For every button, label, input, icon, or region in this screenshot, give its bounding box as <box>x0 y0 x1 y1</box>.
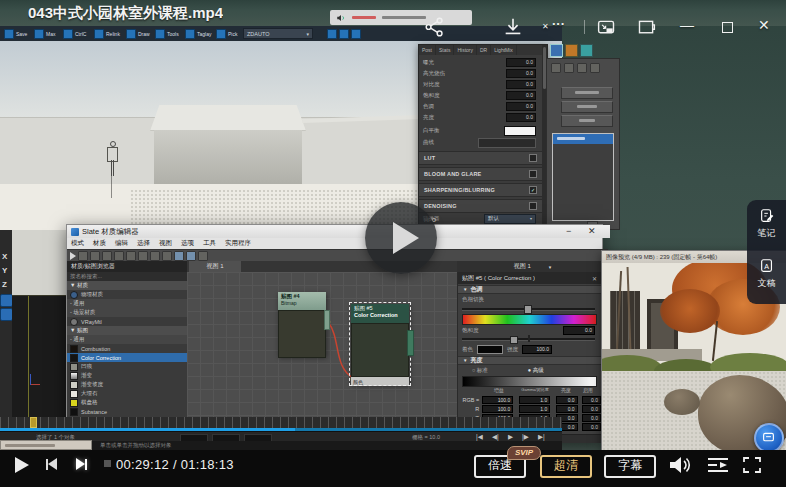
next-episode-button[interactable] <box>76 458 87 470</box>
render-teapot-icon[interactable] <box>565 44 578 57</box>
browser-item[interactable]: 物理材质 <box>67 290 187 299</box>
tool-icon[interactable] <box>590 63 600 73</box>
vfb-tab[interactable]: History <box>454 45 477 55</box>
view-dropdown[interactable]: 视图 1▾ <box>457 261 608 272</box>
notes-button[interactable]: 笔记 <box>747 208 786 240</box>
playlist-icon[interactable] <box>706 457 730 473</box>
vfb-rollout-denoise[interactable]: DENOISING <box>419 199 542 213</box>
browser-group[interactable]: - 通用 <box>67 335 187 344</box>
enable-spinner[interactable]: 0.0 <box>582 396 601 404</box>
value-spinner[interactable]: 0.0 <box>506 102 536 111</box>
transcript-button[interactable]: A 文稿 <box>747 258 786 290</box>
panel-button[interactable] <box>561 101 613 113</box>
close-icon[interactable]: ✕ <box>588 226 596 236</box>
maxscript-mini-listener[interactable] <box>0 440 92 450</box>
node-header[interactable]: 贴图 #4 Bitmap <box>278 292 326 310</box>
play-button[interactable] <box>15 457 29 473</box>
radio-standard[interactable]: ○ 标准 <box>472 367 488 374</box>
more-icon[interactable]: ··· <box>552 16 565 31</box>
enable-spinner[interactable]: 0.0 <box>582 405 601 413</box>
white-balance-swatch[interactable] <box>504 126 536 136</box>
value-spinner[interactable]: 0.0 <box>506 80 536 89</box>
listbox-selected-row[interactable] <box>553 134 613 144</box>
vfb-tab[interactable]: Post <box>419 45 436 55</box>
material-node-bitmap[interactable]: 贴图 #4 Bitmap <box>278 292 326 356</box>
tint-swatch[interactable] <box>477 345 503 354</box>
vfb-tab[interactable]: Stats <box>436 45 454 55</box>
tool-icon[interactable] <box>198 251 208 261</box>
brightness-spinner[interactable]: 0.0 <box>556 405 577 413</box>
mini-player-icon[interactable] <box>596 17 617 38</box>
browser-map-item[interactable]: 棋盘格 <box>67 398 187 407</box>
tool-icon[interactable] <box>126 251 136 261</box>
go-to-start-icon[interactable]: |◀ <box>476 433 483 441</box>
sidebar-toggle-icon[interactable] <box>636 17 657 38</box>
tool-icon[interactable] <box>577 63 587 73</box>
prev-episode-button[interactable] <box>46 458 57 470</box>
lightness-section-header[interactable]: ▼亮度 <box>458 356 601 365</box>
menu-item[interactable]: 实用程序 <box>221 239 255 248</box>
browser-group[interactable]: ▼ 贴图 <box>67 326 187 335</box>
floating-assistant-ball[interactable] <box>754 423 784 453</box>
browser-map-item[interactable]: 凹痕 <box>67 362 187 371</box>
node-output-tab[interactable] <box>324 310 330 330</box>
tool-icon-active[interactable] <box>186 251 196 261</box>
browser-group[interactable]: ▼ 材质 <box>67 281 187 290</box>
value-spinner[interactable]: 0.0 <box>506 58 536 67</box>
fullscreen-icon[interactable] <box>742 456 762 474</box>
gain-spinner[interactable]: 100.0 <box>482 396 513 404</box>
vfb-tab[interactable]: DR <box>477 45 491 55</box>
material-node-color-correction[interactable]: 贴图 #5 Color Correction 颜色 <box>351 304 409 384</box>
vfb-rollout-sharpen[interactable]: SHARPENING/BLURRING✓ <box>419 183 542 197</box>
menu-item[interactable]: 模式 <box>67 239 88 248</box>
menu-item[interactable]: 材质 <box>89 239 110 248</box>
time-slider-handle[interactable] <box>30 417 37 428</box>
tool-icon[interactable] <box>102 251 112 261</box>
maximize-icon[interactable] <box>722 22 733 33</box>
denoiser-dropdown[interactable]: 默认▾ <box>484 214 536 224</box>
brightness-spinner[interactable]: 0.0 <box>556 396 577 404</box>
browser-group[interactable]: - 通用 <box>67 299 187 308</box>
checkbox-checked[interactable]: ✓ <box>529 186 537 194</box>
browser-group[interactable]: - 场景材质 <box>67 308 187 317</box>
tool-icon[interactable] <box>138 251 148 261</box>
tool-icon-active[interactable] <box>174 251 184 261</box>
browser-map-item[interactable]: 渐变坡度 <box>67 380 187 389</box>
menu-item[interactable]: 视图 <box>155 239 176 248</box>
select-arrow-icon[interactable] <box>70 252 76 260</box>
hue-slider[interactable] <box>462 305 595 311</box>
value-spinner[interactable]: 0.0 <box>506 91 536 100</box>
browser-search-input[interactable]: 按名称搜索... <box>67 272 187 281</box>
saturation-spinner[interactable]: 0.0 <box>563 326 595 335</box>
menu-item[interactable]: 选择 <box>133 239 154 248</box>
browser-map-item[interactable]: Substance <box>67 407 187 416</box>
view-tab[interactable]: 视图 1 <box>189 261 241 272</box>
checkbox[interactable] <box>529 202 537 210</box>
menu-item[interactable]: 选项 <box>177 239 198 248</box>
browser-item[interactable]: VRayMtl <box>67 317 187 326</box>
tool-icon[interactable] <box>90 251 100 261</box>
play-animation-icon[interactable]: ▶ <box>508 433 513 441</box>
browser-map-item[interactable]: Combustion <box>67 344 187 353</box>
download-icon[interactable] <box>502 16 524 38</box>
enable-spinner[interactable]: 0.0 <box>582 423 601 431</box>
small-x-icon[interactable]: ✕ <box>542 22 549 31</box>
enable-spinner[interactable]: 0.0 <box>582 414 601 422</box>
gamma-spinner[interactable]: 1.0 <box>519 405 550 413</box>
panel-listbox[interactable] <box>552 133 614 221</box>
browser-header[interactable]: 材质/贴图浏览器 <box>67 261 195 272</box>
tool-icon[interactable] <box>78 251 88 261</box>
checkbox[interactable] <box>529 170 537 178</box>
share-icon[interactable] <box>424 16 446 38</box>
node-side-tab[interactable] <box>407 330 414 356</box>
menu-item[interactable]: 工具 <box>199 239 220 248</box>
tool-icon[interactable] <box>564 63 574 73</box>
vfb-rollout-bloom[interactable]: BLOOM AND GLARE <box>419 167 542 181</box>
minimize-icon[interactable]: — <box>680 17 694 33</box>
value-spinner[interactable]: 0.0 <box>506 113 536 122</box>
browser-map-item[interactable]: 大理石 <box>67 389 187 398</box>
go-to-end-icon[interactable]: ▶| <box>538 433 545 441</box>
quality-button[interactable]: 超清 <box>540 455 592 478</box>
play-overlay-button[interactable] <box>365 202 437 274</box>
close-icon[interactable]: ✕ <box>592 275 597 282</box>
